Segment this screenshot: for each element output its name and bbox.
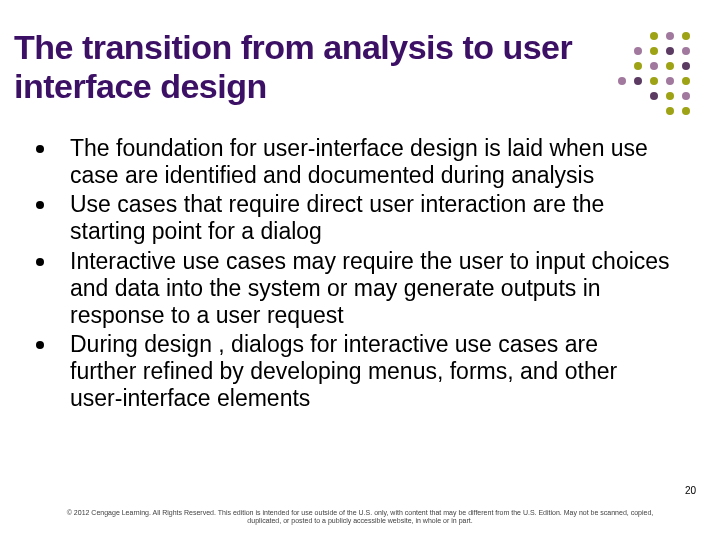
bullet-text: Use cases that require direct user inter… (70, 191, 604, 244)
bullet-item: During design , dialogs for interactive … (30, 331, 670, 412)
bullet-item: Use cases that require direct user inter… (30, 191, 670, 245)
slide-title: The transition from analysis to user int… (14, 28, 614, 106)
dot-icon (666, 92, 674, 100)
dot-icon (682, 77, 690, 85)
dot-icon (682, 62, 690, 70)
dot-icon (634, 62, 642, 70)
bullet-list: The foundation for user-interface design… (30, 135, 670, 412)
dot-icon (650, 62, 658, 70)
dot-icon (682, 107, 690, 115)
bullet-text: The foundation for user-interface design… (70, 135, 648, 188)
dot-icon (666, 77, 674, 85)
copyright-text: © 2012 Cengage Learning. All Rights Rese… (0, 509, 720, 527)
dot-icon (650, 32, 658, 40)
bullet-text: During design , dialogs for interactive … (70, 331, 617, 411)
bullet-item: Interactive use cases may require the us… (30, 248, 670, 329)
dot-icon (666, 107, 674, 115)
bullet-item: The foundation for user-interface design… (30, 135, 670, 189)
dot-icon (650, 77, 658, 85)
dot-icon (634, 47, 642, 55)
dot-icon (682, 92, 690, 100)
slide: The transition from analysis to user int… (0, 0, 720, 540)
dot-icon (666, 32, 674, 40)
dot-icon (650, 47, 658, 55)
dot-icon (634, 77, 642, 85)
dot-icon (682, 32, 690, 40)
decorative-dots (616, 32, 706, 122)
dot-icon (666, 62, 674, 70)
dot-icon (650, 92, 658, 100)
content-area: The foundation for user-interface design… (30, 135, 670, 414)
page-number: 20 (685, 485, 696, 496)
dot-icon (682, 47, 690, 55)
bullet-text: Interactive use cases may require the us… (70, 248, 670, 328)
dot-icon (666, 47, 674, 55)
dot-icon (618, 77, 626, 85)
